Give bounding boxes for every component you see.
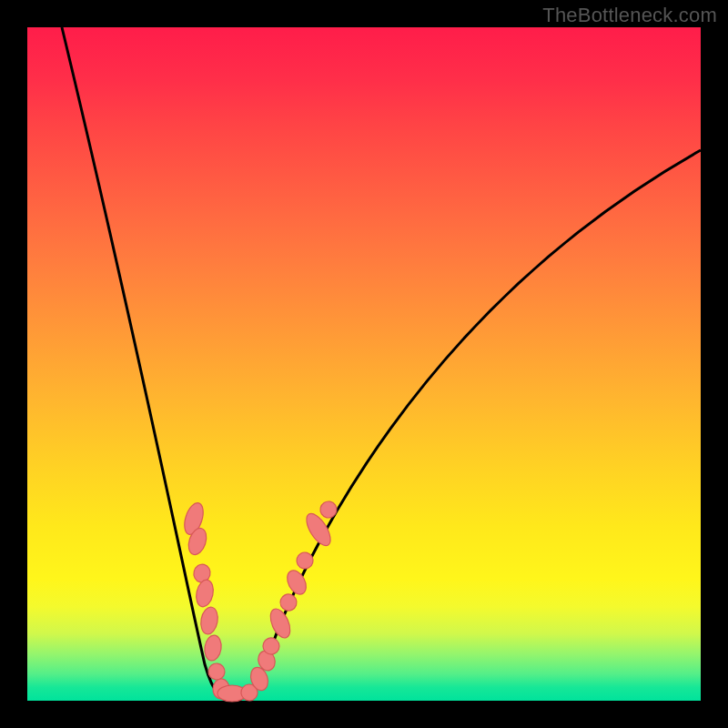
data-marker [283,567,309,597]
chart-svg [27,27,701,701]
watermark-text: TheBottleneck.com [542,4,717,27]
bottleneck-curve [62,27,701,701]
data-marker [194,578,216,608]
data-marker [318,499,340,521]
data-marker [199,606,220,636]
data-markers-group [181,499,340,702]
chart-frame: TheBottleneck.com [0,0,728,728]
data-marker [267,606,294,641]
plot-area [27,27,701,701]
data-marker [203,634,223,662]
